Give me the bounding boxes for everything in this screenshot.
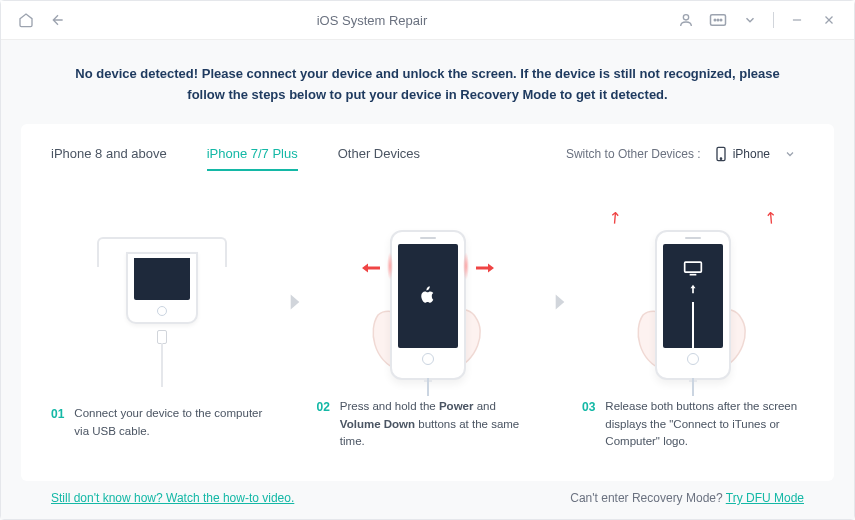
step-1-text: Connect your device to the computer via … (74, 405, 273, 443)
svg-point-2 (714, 19, 716, 21)
svg-point-3 (717, 19, 719, 21)
selected-device: iPhone (733, 147, 770, 161)
device-switcher: Switch to Other Devices : iPhone (566, 142, 804, 166)
feedback-icon[interactable] (709, 11, 727, 29)
tab-iphone8[interactable]: iPhone 8 and above (51, 138, 167, 171)
step-1-num: 01 (51, 405, 64, 443)
dfu-mode-link[interactable]: Try DFU Mode (726, 491, 804, 505)
switch-label: Switch to Other Devices : (566, 147, 701, 161)
step-2-text: Press and hold the Power and Volume Down… (340, 398, 539, 450)
step-2-num: 02 (317, 398, 330, 450)
titlebar: iOS System Repair (1, 1, 854, 40)
step-1-illustration (87, 217, 237, 387)
step-3-num: 03 (582, 398, 595, 450)
titlebar-right (677, 11, 838, 29)
svg-point-9 (720, 158, 721, 159)
press-right-arrow-icon (476, 262, 494, 274)
watch-video-link[interactable]: Still don't know how? Watch the how-to v… (51, 491, 294, 505)
step-3-text: Release both buttons after the screen di… (605, 398, 804, 450)
step-3-illustration: ↗ ↗ (618, 210, 768, 380)
step-3-desc: 03 Release both buttons after the screen… (582, 398, 804, 450)
arrow-icon (545, 289, 575, 315)
step-3: ↗ ↗ (582, 210, 804, 450)
close-icon[interactable] (820, 11, 838, 29)
release-arrow-icon: ↗ (760, 206, 782, 229)
release-arrow-icon: ↗ (603, 206, 625, 229)
computer-icon (683, 260, 703, 276)
footer-right: Can't enter Recovery Mode? Try DFU Mode (570, 491, 804, 505)
titlebar-left (17, 11, 67, 29)
svg-rect-10 (685, 263, 702, 273)
steps-row: 01 Connect your device to the computer v… (51, 172, 804, 469)
window-title: iOS System Repair (67, 13, 677, 28)
arrow-icon (280, 289, 310, 315)
chevron-down-icon (784, 148, 796, 160)
minimize-icon[interactable] (788, 11, 806, 29)
user-icon[interactable] (677, 11, 695, 29)
app-window: iOS System Repair No device detected! Pl… (0, 0, 855, 520)
step-2: 02 Press and hold the Power and Volume D… (317, 210, 539, 450)
svg-point-4 (720, 19, 722, 21)
up-arrow-icon (688, 284, 698, 294)
step-1-desc: 01 Connect your device to the computer v… (51, 405, 273, 443)
chevron-down-icon[interactable] (741, 11, 759, 29)
apple-logo-icon (419, 285, 437, 307)
phone-icon (715, 146, 727, 162)
press-left-arrow-icon (362, 262, 380, 274)
device-select[interactable]: iPhone (707, 142, 804, 166)
home-icon[interactable] (17, 11, 35, 29)
step-2-illustration (353, 210, 503, 380)
svg-point-0 (683, 15, 688, 20)
warning-message: No device detected! Please connect your … (61, 64, 794, 106)
tab-other[interactable]: Other Devices (338, 138, 420, 171)
device-tabs: iPhone 8 and above iPhone 7/7 Plus Other… (51, 124, 804, 172)
divider (773, 12, 774, 28)
back-arrow-icon[interactable] (49, 11, 67, 29)
footer: Still don't know how? Watch the how-to v… (21, 481, 834, 519)
step-2-desc: 02 Press and hold the Power and Volume D… (317, 398, 539, 450)
tab-iphone7[interactable]: iPhone 7/7 Plus (207, 138, 298, 171)
step-1: 01 Connect your device to the computer v… (51, 217, 273, 443)
instructions-card: iPhone 8 and above iPhone 7/7 Plus Other… (21, 124, 834, 481)
content-area: No device detected! Please connect your … (1, 40, 854, 519)
